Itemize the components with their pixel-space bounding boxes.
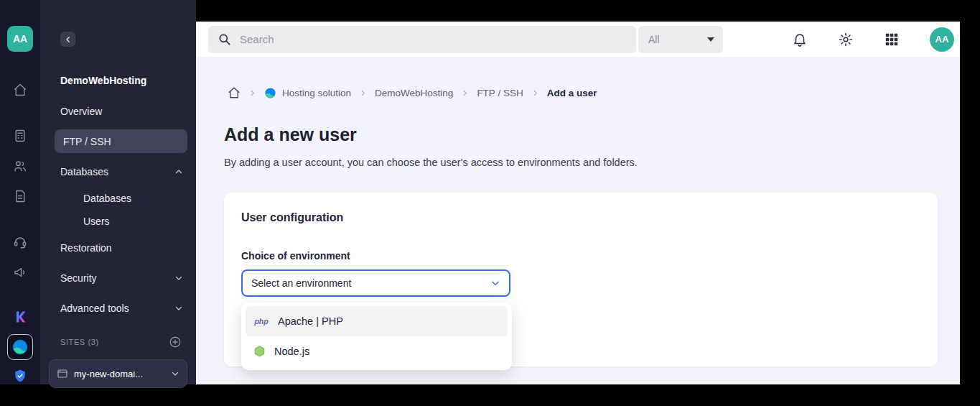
chevron-right-icon (531, 89, 539, 97)
announcement-icon[interactable] (12, 264, 28, 280)
topbar: All AA (196, 22, 960, 57)
chevron-up-icon[interactable] (174, 167, 183, 176)
add-site-icon[interactable] (169, 336, 182, 349)
option-label: Node.js (274, 346, 309, 357)
security-product-icon[interactable] (12, 368, 28, 384)
support-icon[interactable] (12, 234, 28, 249)
option-nodejs[interactable]: Node.js (246, 336, 508, 366)
sidebar-item-restoration[interactable]: Restoration (60, 242, 112, 254)
sidebar-subitem-databases[interactable]: Databases (83, 193, 131, 204)
gear-icon[interactable] (838, 31, 855, 48)
chevron-down-icon[interactable] (174, 274, 183, 282)
environment-field-label: Choice of environment (241, 250, 350, 262)
card-title: User configuration (241, 211, 343, 224)
breadcrumb-hosting-solution[interactable]: Hosting solution (264, 87, 351, 99)
billing-icon[interactable] (12, 128, 28, 144)
search-scope-value: All (648, 34, 660, 45)
sidebar-item-security[interactable]: Security (60, 272, 97, 284)
chevron-right-icon (248, 89, 256, 97)
bell-icon[interactable] (792, 31, 809, 48)
sidebar-item-advanced-tools[interactable]: Advanced tools (60, 303, 129, 314)
environment-select-value: Select an environment (251, 277, 351, 289)
chevron-down-icon[interactable] (174, 304, 183, 313)
search-icon (218, 32, 231, 46)
search-input[interactable] (238, 32, 636, 46)
environment-dropdown: php Apache | PHP Node.js (241, 303, 512, 370)
option-label: Apache | PHP (278, 315, 343, 327)
home-icon[interactable] (12, 82, 28, 98)
users-icon[interactable] (12, 158, 28, 174)
user-avatar[interactable]: AA (930, 27, 954, 52)
nodejs-icon (253, 345, 266, 359)
hosting-product-icon (264, 87, 276, 99)
apps-grid-icon[interactable] (884, 31, 901, 48)
breadcrumb-demowebhosting[interactable]: DemoWebHosting (375, 88, 453, 98)
sidebar-item-ftp-ssh[interactable]: FTP / SSH (55, 129, 187, 153)
search-scope-dropdown[interactable]: All (638, 26, 723, 53)
home-breadcrumb-icon[interactable] (228, 86, 241, 99)
user-configuration-card: User configuration Choice of environment… (224, 193, 938, 366)
sidebar-item-overview[interactable]: Overview (60, 106, 102, 117)
breadcrumb-current: Add a user (547, 88, 597, 98)
breadcrumb: Hosting solution DemoWebHosting FTP / SS… (228, 86, 597, 99)
sites-section-header: SITES (3) (60, 338, 99, 346)
page-title: Add a new user (224, 124, 357, 145)
product-rail: AA (0, 0, 40, 384)
site-icon (57, 368, 68, 379)
chevron-down-icon (171, 369, 179, 378)
ksuite-icon[interactable] (12, 309, 28, 325)
sidebar-item-label: FTP / SSH (63, 136, 111, 147)
site-selector[interactable]: my-new-domai... (49, 359, 187, 388)
topbar-actions: AA (792, 27, 960, 52)
account-avatar[interactable]: AA (7, 26, 33, 52)
option-apache-php[interactable]: php Apache | PHP (246, 306, 508, 336)
site-selector-label: my-new-domai... (74, 369, 165, 379)
sidebar-item-databases[interactable]: Databases (60, 166, 108, 177)
breadcrumb-label: Hosting solution (282, 88, 351, 98)
php-icon: php (253, 317, 269, 326)
sidebar-subitem-users[interactable]: Users (83, 216, 110, 227)
chevron-right-icon (359, 89, 367, 97)
sidebar-product-title: DemoWebHosting (60, 75, 146, 86)
main-content: Hosting solution DemoWebHosting FTP / SS… (196, 57, 960, 384)
search-box[interactable] (208, 26, 636, 53)
caret-down-icon (707, 37, 714, 42)
web-hosting-icon[interactable] (7, 334, 33, 360)
chevron-down-icon (490, 278, 500, 288)
invoice-icon[interactable] (12, 188, 28, 204)
environment-select[interactable]: Select an environment (241, 269, 510, 297)
chevron-right-icon (461, 89, 469, 97)
sidebar: DemoWebHosting Overview FTP / SSH Databa… (40, 0, 196, 384)
breadcrumb-ftp-ssh[interactable]: FTP / SSH (477, 88, 523, 98)
back-button[interactable] (60, 32, 75, 47)
page-subtitle: By adding a user account, you can choose… (224, 157, 638, 168)
app-screen: AA DemoWebH (0, 0, 980, 406)
